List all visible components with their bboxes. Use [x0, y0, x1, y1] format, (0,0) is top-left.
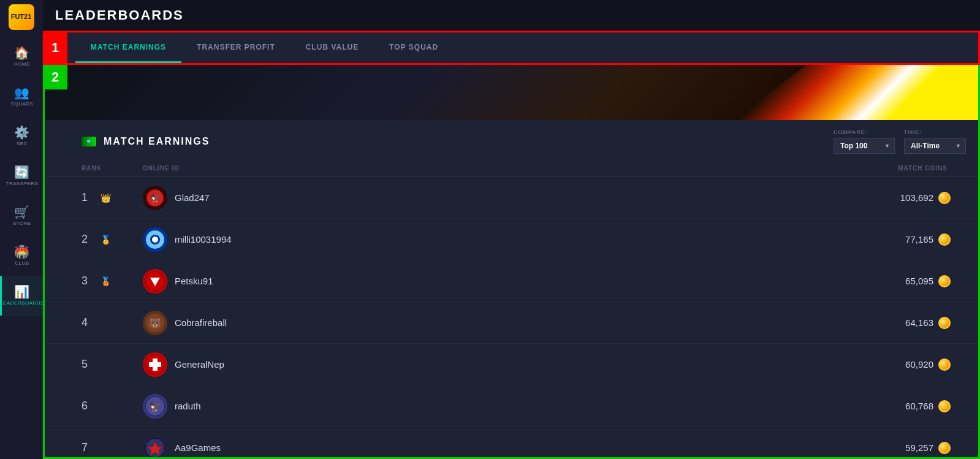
rank-cell-3: 3 🥉 — [82, 275, 143, 288]
content-wrapper: 2 💶 MATCH EARNINGS COMPARE: Top 100 — [43, 65, 980, 459]
col-rank-header: RANK — [82, 165, 143, 172]
tab-top-squad[interactable]: TOP SQUAD — [374, 32, 454, 63]
player-name-6: raduth — [175, 401, 201, 411]
table-row: 1 👑 🦅 Glad247 103,692 — [45, 177, 978, 219]
sbc-icon: ⚙️ — [14, 126, 30, 138]
player-name-5: GeneralNep — [175, 359, 224, 370]
home-icon: 🏠 — [14, 47, 30, 59]
club-badge-3 — [143, 269, 167, 294]
rank-badge-2: 🏅 — [99, 233, 112, 246]
time-filter-group: TIME: All-Time This Week This Month — [904, 129, 966, 154]
rank-number-4: 4 — [82, 316, 94, 329]
svg-point-4 — [152, 237, 158, 243]
rank-cell-5: 5 — [82, 358, 143, 371]
club-badge-4: 🐻 — [143, 311, 167, 335]
club-badge-2 — [143, 227, 167, 252]
leaderboard-section: 💶 MATCH EARNINGS COMPARE: Top 100 Top 50… — [45, 120, 978, 457]
table-row: 5 GeneralNep 60,920 — [45, 344, 978, 385]
rank-number-2: 2 — [82, 233, 94, 246]
table-row: 2 🏅 milli10031994 77,165 — [45, 219, 978, 260]
rank-cell-4: 4 — [82, 316, 143, 329]
coin-icon-1 — [938, 192, 951, 204]
svg-text:🦅: 🦅 — [150, 193, 161, 203]
logo-badge: FUT 21 — [9, 4, 34, 30]
tab-transfer-profit[interactable]: TRANSFER PROFIT — [181, 32, 291, 63]
sidebar-logo: FUT 21 — [0, 0, 43, 34]
score-value-6: 60,768 — [905, 401, 933, 411]
rank-cell-7: 7 — [82, 441, 143, 454]
rank-cell-1: 1 👑 — [82, 191, 143, 205]
score-cell-4: 64,163 — [905, 317, 966, 329]
score-cell-7: 59,257 — [905, 442, 966, 454]
match-earnings-icon: 💶 — [82, 137, 96, 146]
time-label: TIME: — [904, 129, 966, 135]
col-online-id-header: ONLINE ID — [143, 165, 898, 172]
table-row: 7 Aa9Games 59,257 — [45, 427, 978, 457]
section-label-1: 1 — [43, 32, 67, 63]
rank-number-3: 3 — [82, 275, 94, 287]
coin-icon-7 — [938, 442, 951, 454]
hero-banner — [45, 65, 978, 120]
squads-icon: 👥 — [14, 86, 30, 99]
table-row: 6 🦅 raduth 60,768 — [45, 385, 978, 427]
club-badge-5 — [143, 352, 167, 377]
tab-bar: MATCH EARNINGS TRANSFER PROFIT CLUB VALU… — [45, 32, 978, 63]
club-icon: 🏟️ — [14, 246, 30, 258]
rank-badge-3: 🥉 — [99, 275, 112, 288]
sidebar-item-club[interactable]: 🏟️ CLUB — [0, 236, 43, 276]
tab-match-earnings[interactable]: MATCH EARNINGS — [75, 32, 181, 63]
player-cell-3: Petsku91 — [143, 269, 905, 294]
svg-rect-10 — [149, 362, 161, 367]
player-name-3: Petsku91 — [175, 276, 213, 286]
tab-club-value[interactable]: CLUB VALUE — [291, 32, 374, 63]
score-cell-5: 60,920 — [905, 358, 966, 371]
player-name-1: Glad247 — [175, 192, 210, 203]
rank-cell-6: 6 — [82, 400, 143, 412]
coin-icon-5 — [938, 358, 951, 371]
sidebar-item-leaderboards[interactable]: 📊 LEADERBOARDS — [0, 276, 43, 316]
player-cell-6: 🦅 raduth — [143, 394, 905, 419]
compare-select[interactable]: Top 100 Top 50 Top 10 — [834, 138, 895, 154]
score-cell-6: 60,768 — [905, 400, 966, 412]
time-select[interactable]: All-Time This Week This Month — [904, 138, 966, 154]
player-name-4: Cobrafireball — [175, 317, 227, 328]
page-header: LEADERBOARDS — [43, 0, 980, 31]
filter-controls: COMPARE: Top 100 Top 50 Top 10 TIME: — [834, 129, 966, 154]
score-value-1: 103,692 — [900, 192, 933, 203]
sidebar-item-sbc[interactable]: ⚙️ SBC — [0, 116, 43, 156]
svg-text:🐻: 🐻 — [149, 317, 161, 329]
rank-number-6: 6 — [82, 400, 94, 412]
rank-cell-2: 2 🏅 — [82, 233, 143, 246]
rank-badge-1: 👑 — [99, 191, 112, 205]
main-content: LEADERBOARDS 1 MATCH EARNINGS TRANSFER P… — [43, 0, 980, 459]
sidebar-item-squads[interactable]: 👥 SQUADS — [0, 77, 43, 116]
club-badge-6: 🦅 — [143, 394, 167, 419]
sidebar-item-transfers[interactable]: 🔄 TRANSFERS — [0, 156, 43, 196]
svg-text:🦅: 🦅 — [149, 401, 161, 412]
coin-icon-3 — [938, 275, 951, 287]
sidebar-item-home[interactable]: 🏠 HOME — [0, 37, 43, 77]
score-value-5: 60,920 — [905, 359, 933, 370]
table-row: 4 🐻 Cobrafireball 64,163 — [45, 302, 978, 344]
score-value-4: 64,163 — [905, 317, 933, 328]
player-cell-7: Aa9Games — [143, 436, 905, 458]
time-select-wrapper: All-Time This Week This Month — [904, 138, 966, 154]
sidebar: FUT 21 🏠 HOME 👥 SQUADS ⚙️ SBC 🔄 TRANSFER… — [0, 0, 43, 459]
transfers-icon: 🔄 — [14, 166, 30, 178]
tab-bar-wrapper: 1 MATCH EARNINGS TRANSFER PROFIT CLUB VA… — [43, 31, 980, 65]
player-cell-4: 🐻 Cobrafireball — [143, 311, 905, 335]
sidebar-item-store[interactable]: 🛒 STORE — [0, 196, 43, 236]
table-row: 3 🥉 Petsku91 65,095 — [45, 260, 978, 302]
leaderboard-table-body: 1 👑 🦅 Glad247 103,692 — [45, 177, 978, 457]
leaderboard-header: 💶 MATCH EARNINGS COMPARE: Top 100 Top 50… — [45, 120, 978, 160]
leaderboards-icon: 📊 — [14, 286, 30, 298]
coin-icon-6 — [938, 400, 951, 412]
table-header: RANK ONLINE ID MATCH COINS — [45, 160, 978, 177]
club-badge-1: 🦅 — [143, 186, 167, 210]
player-cell-2: milli10031994 — [143, 227, 905, 252]
compare-label: COMPARE: — [834, 129, 895, 135]
score-cell-1: 103,692 — [900, 192, 966, 204]
player-name-7: Aa9Games — [175, 442, 221, 453]
coin-icon-4 — [938, 317, 951, 329]
compare-select-wrapper: Top 100 Top 50 Top 10 — [834, 138, 895, 154]
